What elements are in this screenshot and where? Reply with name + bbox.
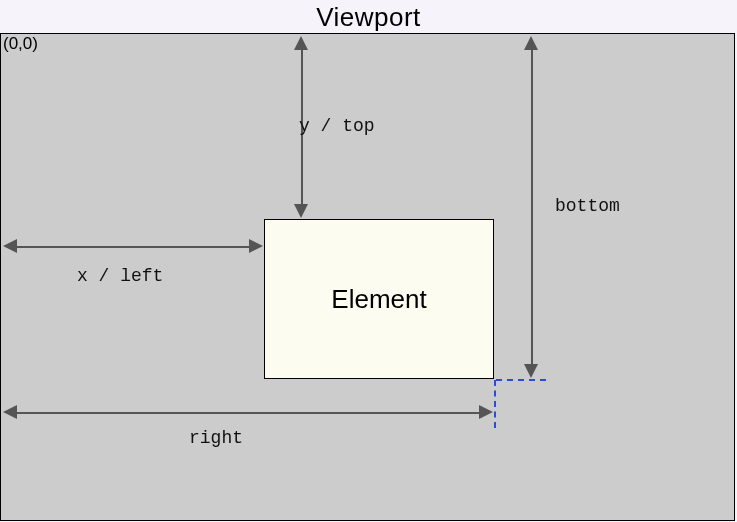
label-y-top: y / top <box>299 116 375 136</box>
viewport-box: (0,0) y / top bottom x / left right Elem… <box>0 33 735 521</box>
arrow-bottom-head-up <box>524 36 538 50</box>
arrow-x-left-head-left <box>3 239 17 253</box>
guide-horizontal-dashed <box>496 379 546 381</box>
arrow-bottom-head-down <box>524 364 538 378</box>
label-bottom: bottom <box>555 196 620 216</box>
arrow-right <box>15 412 481 414</box>
element-box: Element <box>264 219 494 379</box>
arrow-right-head-left <box>3 405 17 419</box>
arrow-x-left <box>15 246 251 248</box>
page-title: Viewport <box>0 0 737 33</box>
guide-vertical-dashed <box>494 380 496 428</box>
arrow-bottom <box>531 48 533 366</box>
arrow-x-left-head-right <box>249 239 263 253</box>
element-label: Element <box>331 284 426 315</box>
label-x-left: x / left <box>77 266 163 286</box>
arrow-y-top-head-up <box>294 36 308 50</box>
arrow-right-head-right <box>479 405 493 419</box>
label-right: right <box>189 428 243 448</box>
arrow-y-top-head-down <box>294 204 308 218</box>
origin-label: (0,0) <box>3 34 38 54</box>
